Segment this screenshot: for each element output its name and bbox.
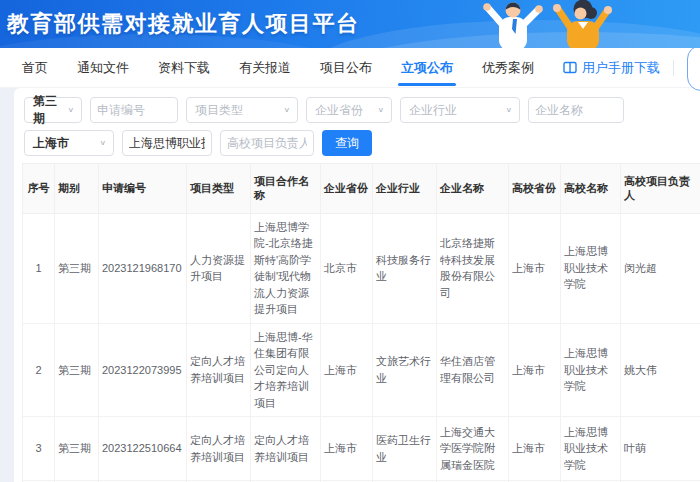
table-cell: 定向人才培养培训项目 xyxy=(187,323,251,417)
table-cell: 2023122073995 xyxy=(99,323,187,417)
nav-tab-通知文件[interactable]: 通知文件 xyxy=(77,48,129,88)
table-cell: 上海市 xyxy=(509,417,561,481)
login-button[interactable]: 登录 ∨ xyxy=(687,45,700,91)
user-manual-download-link[interactable]: 用户手册下载 xyxy=(563,59,660,77)
table-cell: 叶萌 xyxy=(621,417,700,481)
search-button[interactable]: 查询 xyxy=(322,130,372,156)
column-header-序号: 序号 xyxy=(23,164,55,214)
select-value: 企业省份 xyxy=(315,102,363,119)
nav-tabs: 首页通知文件资料下载有关报道项目公布立项公布优秀案例 xyxy=(22,48,563,88)
project-type-select[interactable]: 项目类型∨ xyxy=(186,97,298,123)
company-province-select[interactable]: 企业省份∨ xyxy=(306,97,392,123)
people-illustration xyxy=(458,0,648,48)
content-card: 第三期∨项目类型∨企业省份∨企业行业∨ 上海市∨ 查询 序号期别申请编号项目类型… xyxy=(14,88,700,482)
results-table: 序号期别申请编号项目类型项目合作名称企业省份企业行业企业名称高校省份高校名称高校… xyxy=(22,163,700,482)
select-value: 企业行业 xyxy=(409,102,457,119)
select-value: 项目类型 xyxy=(195,102,243,119)
table-cell: 2 xyxy=(23,323,55,417)
table-row: 2第三期2023122073995定向人才培养培训项目上海思博-华住集团有限公司… xyxy=(23,323,700,417)
table-cell: 2023122510664 xyxy=(99,417,187,481)
table-cell: 2023121968170 xyxy=(99,213,187,323)
main-nav: 首页通知文件资料下载有关报道项目公布立项公布优秀案例 用户手册下载 登录 ∨ xyxy=(0,48,700,88)
nav-tab-首页[interactable]: 首页 xyxy=(22,48,48,88)
table-cell: 科技服务行业 xyxy=(373,213,437,323)
table-cell: 北京市 xyxy=(321,213,373,323)
column-header-企业行业: 企业行业 xyxy=(373,164,437,214)
table-cell: 闵光超 xyxy=(621,213,700,323)
column-header-申请编号: 申请编号 xyxy=(99,164,187,214)
table-cell: 华住酒店管理有限公司 xyxy=(437,323,509,417)
top-banner: 教育部供需对接就业育人项目平台 xyxy=(0,0,700,48)
filter-fields-1: 第三期∨项目类型∨企业省份∨企业行业∨ xyxy=(24,97,632,123)
table-cell: 上海交通大学医学院附属瑞金医院 xyxy=(437,417,509,481)
table-cell: 北京络捷斯特科技发展股份有限公司 xyxy=(437,213,509,323)
table-cell: 文旅艺术行业 xyxy=(373,323,437,417)
application-no-input[interactable] xyxy=(90,97,178,123)
table-cell: 第三期 xyxy=(55,417,99,481)
chevron-down-icon: ∨ xyxy=(505,106,512,114)
nav-right: 用户手册下载 登录 ∨ xyxy=(563,45,700,91)
column-header-企业省份: 企业省份 xyxy=(321,164,373,214)
results-table-wrap: 序号期别申请编号项目类型项目合作名称企业省份企业行业企业名称高校省份高校名称高校… xyxy=(22,163,700,482)
chevron-down-icon: ∨ xyxy=(67,106,74,114)
table-cell: 上海市 xyxy=(509,213,561,323)
column-header-项目类型: 项目类型 xyxy=(187,164,251,214)
user-manual-label: 用户手册下载 xyxy=(582,59,660,77)
person-white-shirt xyxy=(483,3,543,49)
chevron-down-icon: ∨ xyxy=(99,139,106,147)
table-cell: 上海思博学院-北京络捷斯特'高阶学徒制'现代物流人力资源提升项目 xyxy=(251,213,321,323)
filter-fields-2: 上海市∨ xyxy=(24,130,322,156)
table-cell: 姚大伟 xyxy=(621,323,700,417)
table-cell: 第三期 xyxy=(55,213,99,323)
table-cell: 上海思博职业技术学院 xyxy=(561,417,621,481)
school-name-input[interactable] xyxy=(122,130,212,156)
table-cell: 上海思博职业技术学院 xyxy=(561,323,621,417)
nav-tab-资料下载[interactable]: 资料下载 xyxy=(158,48,210,88)
table-cell: 定向人才培养培训项目 xyxy=(187,417,251,481)
company-name-input[interactable] xyxy=(528,97,624,123)
table-cell: 上海市 xyxy=(509,323,561,417)
select-value: 第三期 xyxy=(33,93,63,127)
table-cell: 人力资源提升项目 xyxy=(187,213,251,323)
table-row: 3第三期2023122510664定向人才培养培训项目定向人才培养培训项目上海市… xyxy=(23,417,700,481)
nav-tab-立项公布[interactable]: 立项公布 xyxy=(401,48,453,88)
nav-tab-有关报道[interactable]: 有关报道 xyxy=(239,48,291,88)
table-header-row: 序号期别申请编号项目类型项目合作名称企业省份企业行业企业名称高校省份高校名称高校… xyxy=(23,164,700,214)
table-cell: 1 xyxy=(23,213,55,323)
person-orange-sweater xyxy=(553,0,612,48)
column-header-期别: 期别 xyxy=(55,164,99,214)
column-header-企业名称: 企业名称 xyxy=(437,164,509,214)
column-header-项目合作名称: 项目合作名称 xyxy=(251,164,321,214)
column-header-高校名称: 高校名称 xyxy=(561,164,621,214)
nav-tab-优秀案例[interactable]: 优秀案例 xyxy=(482,48,534,88)
school-province-select[interactable]: 上海市∨ xyxy=(24,130,114,156)
nav-tab-项目公布[interactable]: 项目公布 xyxy=(320,48,372,88)
filter-row-1: 第三期∨项目类型∨企业省份∨企业行业∨ xyxy=(24,97,700,123)
table-cell: 医药卫生行业 xyxy=(373,417,437,481)
table-cell: 定向人才培养培训项目 xyxy=(251,417,321,481)
column-header-高校省份: 高校省份 xyxy=(509,164,561,214)
divider xyxy=(673,60,674,76)
chevron-down-icon: ∨ xyxy=(377,106,384,114)
table-cell: 第三期 xyxy=(55,323,99,417)
table-cell: 上海市 xyxy=(321,323,373,417)
table-cell: 上海思博-华住集团有限公司定向人才培养培训项目 xyxy=(251,323,321,417)
filter-row-2: 上海市∨ 查询 xyxy=(24,130,700,156)
table-cell: 上海思博职业技术学院 xyxy=(561,213,621,323)
column-header-高校项目负责人: 高校项目负责人 xyxy=(621,164,700,214)
table-row: 1第三期2023121968170人力资源提升项目上海思博学院-北京络捷斯特'高… xyxy=(23,213,700,323)
table-cell: 3 xyxy=(23,417,55,481)
chevron-down-icon: ∨ xyxy=(283,106,290,114)
school-leader-input[interactable] xyxy=(220,130,314,156)
select-value: 上海市 xyxy=(33,135,69,152)
book-icon xyxy=(563,61,577,74)
page-title: 教育部供需对接就业育人项目平台 xyxy=(7,9,360,39)
period-select[interactable]: 第三期∨ xyxy=(24,97,82,123)
company-industry-select[interactable]: 企业行业∨ xyxy=(400,97,520,123)
table-cell: 上海市 xyxy=(321,417,373,481)
